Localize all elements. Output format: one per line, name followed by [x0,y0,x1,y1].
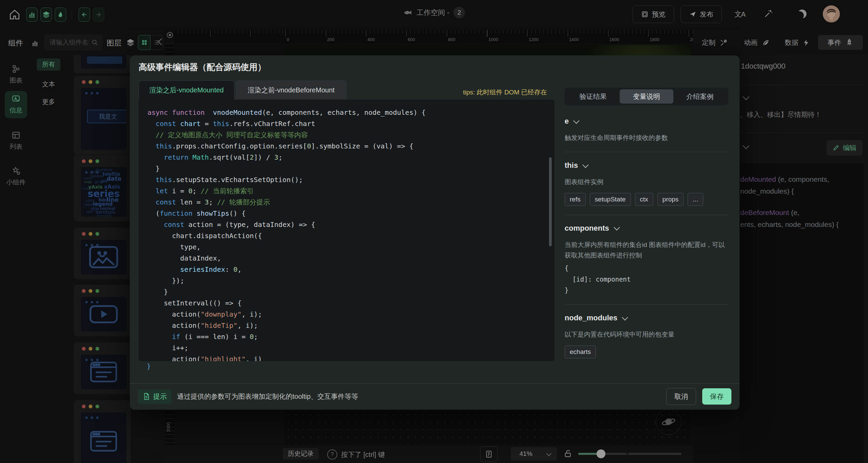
code-line: return Math.sqrt(val[2]) / 3; [147,152,554,163]
cancel-button[interactable]: 取消 [666,388,696,405]
tab-vnode-before-mount[interactable]: 渲染之前-vnodeBeforeMount [236,81,347,100]
section-name: this [565,161,578,170]
chevron-down-icon [614,224,620,230]
code-line: this.props.chartConfig.option.series[0].… [147,141,554,152]
code-line: } [147,286,554,298]
tab-validation-result[interactable]: 验证结果 [566,89,620,104]
tip-badge: 提示 [138,389,172,404]
chevron-down-icon [573,118,580,124]
section-code: { [id]: component } [565,263,728,296]
variable-tag: ... [688,193,703,206]
section-description: 触发对应生命周期事件时接收的参数 [565,132,728,143]
document-icon [143,393,150,400]
code-line: const chart = this.refs.vChartRef.chart [147,118,554,129]
variable-section-node_modules: node_modules以下是内置在代码环境中可用的包变量echarts [565,305,728,367]
code-line: const len = 3; // 轮播部分提示 [147,197,554,208]
code-line: action("hideTip", i); [147,320,554,331]
code-line: this.setupState.vEchartsSetOption(); [147,174,554,185]
code-line: (function showTips() { [147,208,554,219]
modal-footer: 提示 通过提供的参数可为图表增加定制化的tooltip、交互事件等等 取消 保存 [130,383,740,409]
code-line: seriesIndex: 0, [147,264,554,275]
advanced-event-editor-modal: 高级事件编辑器（配合源码使用） 渲染之后-vnodeMounted 渲染之前-v… [130,55,740,410]
footer-tip-text: 通过提供的参数可为图表增加定制化的tooltip、交互事件等等 [177,392,358,401]
code-line: const action = (type, dataIndex) => { [147,219,554,230]
docs-tab-group: 验证结果 变量说明 介绍案例 [565,88,728,105]
code-line: chart.dispatchAction({ [147,230,554,242]
section-name: e [565,117,569,126]
section-tags: echarts [565,345,728,358]
variable-section-components: components当前大屏内所有组件的集合id 图表组件中的配置id，可以获取… [565,215,728,305]
code-line: type, [147,242,554,253]
code-line: setInterval(() => { [147,298,554,309]
code-line: }); [147,275,554,286]
section-description: 图表组件实例 [565,177,728,187]
variable-tag: echarts [565,345,596,358]
variable-section-e: e触发对应生命周期事件时接收的参数 [565,108,728,152]
section-toggle[interactable]: components [565,224,728,233]
code-line: // 定义地图原点大小 同理可自定义标签等等内容 [147,129,554,141]
code-line: } [147,163,554,174]
code-line: async function vnodeMounted(e, component… [147,107,554,118]
closing-brace: } [147,362,151,370]
variable-tag: ctx [635,193,653,206]
chevron-down-icon [622,314,628,320]
code-line: if (i === len) i = 0; [147,331,554,342]
dom-tips-text: tips: 此时组件 DOM 已经存在 [411,88,547,97]
variable-section-this: this图表组件实例refssetupStatectxprops... [565,152,728,215]
variable-tag: refs [565,193,586,206]
editor-scrollbar[interactable] [549,157,552,246]
variable-tag: setupState [590,193,631,206]
tab-variable-docs[interactable]: 变量说明 [620,89,673,104]
section-name: node_modules [565,314,617,322]
tip-badge-label: 提示 [153,392,167,401]
variable-docs-panel: 验证结果 变量说明 介绍案例 e触发对应生命周期事件时接收的参数this图表组件… [565,88,728,380]
code-line: dataIndex, [147,253,554,264]
code-line: action("downplay", i); [147,309,554,320]
section-toggle[interactable]: this [565,161,728,170]
section-toggle[interactable]: node_modules [565,314,728,322]
save-button[interactable]: 保存 [702,388,731,405]
app-root: 工作空间 - 2 预览 发布 文A 组件 图层 [0,0,868,463]
tab-examples[interactable]: 介绍案例 [673,89,727,104]
variable-tag: props [657,193,684,206]
code-line: action("highlight", i) [147,354,554,361]
section-tags: refssetupStatectxprops... [565,193,728,206]
chevron-down-icon [582,162,588,168]
code-line: i++; [147,342,554,354]
section-description: 以下是内置在代码环境中可用的包变量 [565,329,728,340]
tab-vnode-mounted[interactable]: 渲染之后-vnodeMounted [139,81,234,100]
code-editor[interactable]: async function vnodeMounted(e, component… [139,100,554,361]
section-name: components [565,224,609,233]
section-description: 当前大屏内所有组件的集合id 图表组件中的配置id，可以获取其他图表组件进行控制 [565,239,728,261]
section-toggle[interactable]: e [565,117,728,126]
modal-title: 高级事件编辑器（配合源码使用） [139,61,266,73]
code-line: let i = 0; // 当前轮播索引 [147,185,554,197]
